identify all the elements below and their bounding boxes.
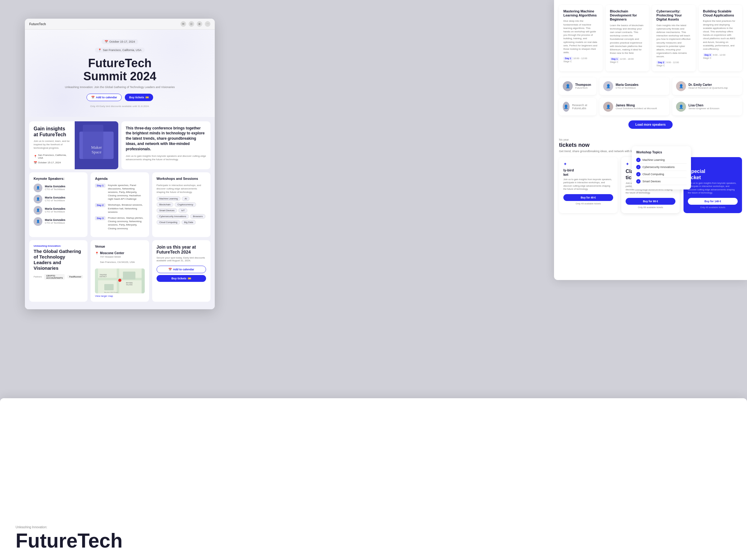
svg-point-9	[118, 279, 121, 282]
day-3-text: Product demos, Startup pitches, Closing …	[108, 216, 145, 230]
tag-cybersecurity: Cybersecurity Innovations	[157, 214, 189, 219]
load-more-speakers-button[interactable]: Load more speakers	[628, 121, 672, 129]
workshop-desc-1: Dive deep into the fundamentals of machi…	[563, 19, 598, 54]
email-icon[interactable]: ✉	[181, 21, 186, 27]
ticket-early-bird-label: ly-birdket	[563, 168, 613, 177]
gain-location-tag: 📍 San Francisco, California, USA	[34, 154, 68, 159]
day-3-label: Day 3	[95, 216, 105, 220]
speaker-row-3: 👤 Maria Gonzales CTO of TechWave	[34, 206, 83, 215]
day-2-text: Workshops, Breakout sessions, Exhibition…	[108, 203, 145, 214]
bookmark-icon[interactable]: ⊕	[197, 21, 202, 27]
browser-tab-label: FutureTech	[29, 22, 177, 26]
agenda-day-2: Day 2 Workshops, Breakout sessions, Exhi…	[95, 203, 145, 214]
workshops-title: Workshops and Sessions	[157, 177, 206, 181]
workshop-card-3: Cybersecurity: Protecting Your Digital A…	[652, 5, 696, 71]
speaker-row-2: 👤 Maria Gonzales CTO of TechWave	[34, 195, 83, 204]
add-to-calendar-button[interactable]: 📅 Add to calendar	[86, 94, 122, 101]
venue-pin-icon: 📍	[95, 252, 99, 255]
day-2-label: Day 2	[95, 203, 105, 207]
workshop-title-4: Building Scalable Cloud Applications	[703, 9, 738, 18]
gathering-label: Unleashing Innovation:	[34, 244, 83, 247]
ticket-icon-join: 🎫	[188, 277, 191, 280]
workshops-desc: Participate in interactive workshops, an…	[157, 184, 206, 194]
venue-address-block: 📍 Moscone Center 747 Howard Street San F…	[95, 251, 145, 266]
workshop-meta-2: Day 1 12:00 - 18:00 Stage C	[610, 57, 645, 63]
footer-content: Unleashing Innovation: FutureTech	[16, 526, 731, 551]
speaker-name-5: James Wong	[616, 104, 657, 107]
tag-smart-devices: Smart Devices	[157, 208, 177, 213]
footer-title: FutureTech	[16, 531, 731, 551]
workshop-meta-1: Day 1 10:00 - 12:00 Stage C	[563, 57, 598, 63]
more-icon[interactable]: ⋯	[205, 21, 210, 27]
ticket-special-desc: Join us to gain insights from keynote sp…	[688, 182, 738, 195]
location-badge: 📍 San Francisco, California, USA	[95, 48, 145, 53]
buy-tickets-button[interactable]: Buy tickets 🎫	[125, 94, 153, 101]
speaker-avatar-5: 👤	[603, 102, 613, 112]
pin-icon: 📍	[98, 49, 101, 52]
ticket-early-bird: ✦ ly-birdket Join us to gain insights fr…	[559, 157, 618, 213]
speaker-1-info: Maria Gonzales CTO of TechWave	[45, 185, 66, 191]
tag-blockchain: Blockchain	[157, 202, 173, 207]
keynote-speakers-title: Keynote Speakers:	[34, 177, 83, 181]
join-buy-tickets-button[interactable]: Buy tickets 🎫	[157, 275, 206, 282]
browser-toolbar-icons: ✉ ⊙ ⊕ ⋯	[181, 21, 210, 27]
speaker-card-3: 👤 Dr. Emily Carter Head of Research at Q…	[672, 77, 742, 95]
row-3: Unleashing Innovation: The Global Gather…	[29, 240, 210, 302]
agenda-card: Agenda Day 1 Keynote speeches, Panel dis…	[91, 172, 149, 237]
speaker-avatar-1: 👤	[563, 81, 573, 91]
venue-name: Moscone Center	[100, 251, 135, 255]
partner-1: CRYPTO ACCOUNTANTS	[44, 274, 65, 280]
topics-title: Workshop Topics	[636, 151, 687, 154]
speaker-avatar-2: 👤	[603, 81, 613, 91]
workshop-title-1: Mastering Machine Learning Algorithms	[563, 9, 598, 18]
speaker-2-info: Maria Gonzales CTO of TechWave	[45, 196, 66, 202]
calendar-icon: 📅	[105, 40, 108, 43]
calendar-small-icon: 📅	[34, 161, 37, 164]
speaker-2-role: CTO of TechWave	[45, 199, 66, 202]
join-buttons: 📅 Add to calendar Buy tickets 🎫	[157, 266, 206, 282]
venue-title: Venue	[95, 244, 145, 248]
svg-text:VILLAGE: VILLAGE	[126, 284, 133, 286]
description-card: This three-day conference brings togethe…	[121, 121, 210, 169]
speaker-3-avatar: 👤	[34, 206, 42, 215]
speaker-3-info: Maria Gonzales CTO of TechWave	[45, 207, 66, 213]
browser-toolbar: FutureTech ✉ ⊙ ⊕ ⋯	[25, 19, 215, 30]
speaker-org-4: Research at FutureLabs	[572, 104, 593, 110]
ticket-special-avail: Only 49 available tickets	[688, 206, 738, 209]
topic-cloud: ✓ Cloud Computing	[636, 171, 687, 178]
topic-check-2: ✓	[636, 165, 641, 169]
speaker-card-2: 👤 Maria Gonzales CTO of TechWave	[599, 77, 669, 95]
gain-date-tag: 📅 October 15-17, 2024	[34, 161, 61, 164]
description-main-text: This three-day conference brings togethe…	[126, 126, 206, 152]
ticket-early-bird-icon: ✦	[563, 161, 613, 166]
hero-section: 📅 October 15-17, 2024 📍 San Francisco, C…	[25, 30, 215, 117]
speaker-name-6: Lisa Chen	[689, 104, 719, 107]
ticket-early-bird-desc: Join us to gain insights from keynote sp…	[563, 178, 613, 191]
speaker-name-3: Dr. Emily Carter	[689, 83, 728, 86]
join-add-to-calendar-button[interactable]: 📅 Add to calendar	[157, 266, 206, 273]
day-1-label: Day 1	[95, 184, 105, 188]
speaker-4-info: Maria Gonzales CTO of TechWave	[45, 218, 66, 224]
topic-check-1: ✓	[636, 158, 641, 162]
ticket-early-bird-buy-button[interactable]: Buy for 49 €	[563, 194, 613, 201]
topics-sidebar: Workshop Topics ✓ Machine Learning ✓ Cyb…	[632, 146, 691, 189]
view-larger-map-link[interactable]: View larger map	[95, 295, 145, 297]
svg-rect-3	[104, 284, 113, 290]
topic-machine-learning: ✓ Machine Learning	[636, 157, 687, 164]
ticket-special-icon: ✦	[688, 161, 738, 166]
ticket-classical-buy-button[interactable]: Buy for 99 €	[626, 198, 675, 205]
venue-map: THEATER DISTRICT BAYSIDE VILLAGE Map dat…	[95, 268, 145, 293]
keynote-speakers-card: Keynote Speakers: 👤 Maria Gonzales CTO o…	[29, 172, 87, 237]
ticket-classical-avail: Only 89 available tickets	[626, 206, 675, 209]
tag-iot: IoT	[178, 208, 187, 213]
workshop-desc-4: Explore the best practices for designing…	[703, 19, 738, 51]
speaker-1-role: CTO of TechWave	[45, 188, 66, 191]
share-icon[interactable]: ⊙	[189, 21, 194, 27]
join-card: Join us this year at FutureTech 2024 Sec…	[152, 240, 210, 302]
tag-browsers: Browsers	[190, 214, 205, 219]
tag-ai: AI	[182, 196, 189, 201]
agenda-day-1: Day 1 Keynote speeches, Panel discussion…	[95, 184, 145, 201]
gain-card-title: Gain insights at FutureTech	[34, 126, 70, 137]
ticket-special-buy-button[interactable]: Buy for 149 €	[688, 198, 738, 205]
partner-2: FastRunner	[67, 275, 83, 278]
